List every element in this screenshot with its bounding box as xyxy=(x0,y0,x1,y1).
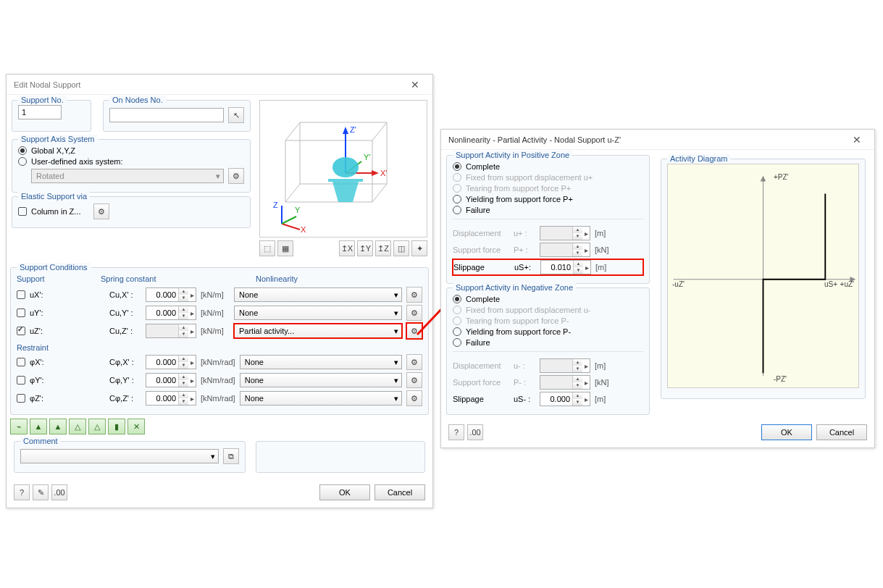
group-diagram: Activity Diagram xyxy=(667,154,730,163)
view-z-icon[interactable]: ↥Z xyxy=(375,240,391,256)
svg-marker-4 xyxy=(372,170,379,176)
nonlin-ux-dropdown[interactable]: None▾ xyxy=(234,287,402,302)
group-comment: Comment xyxy=(20,437,61,445)
notes-icon[interactable]: ✎ xyxy=(33,484,49,500)
spin-slip-p[interactable]: ▲▼▸ xyxy=(540,260,591,274)
group-conditions: Support Conditions xyxy=(17,263,91,272)
group-onnodes: On Nodes No. xyxy=(109,96,166,104)
quick-roller-icon[interactable]: △ xyxy=(69,419,86,434)
dialog-title: Edit Nodal Support xyxy=(14,80,80,89)
spin-cux[interactable]: ▲▼▸ xyxy=(146,287,196,302)
view-persp-icon[interactable]: ◫ xyxy=(393,240,409,256)
spin-cphix[interactable]: ▲▼▸ xyxy=(146,355,196,369)
ok-button[interactable]: OK xyxy=(319,484,370,500)
r-complete-n[interactable]: Complete xyxy=(453,295,643,303)
r-fixed-n: Fixed from support displacement u- xyxy=(453,306,643,314)
spin-disp-n: ▲▼▸ xyxy=(540,358,590,373)
chk-uy[interactable] xyxy=(17,308,25,317)
view-extra-icon[interactable]: ✦ xyxy=(411,240,427,256)
svg-marker-9 xyxy=(332,182,359,202)
nonlin-phiy-dropdown[interactable]: None▾ xyxy=(240,373,402,387)
titlebar-nonlinearity: Nonlinearity - Partial Activity - Nodal … xyxy=(441,130,874,150)
svg-text:Y: Y xyxy=(295,206,301,214)
spin-force-n: ▲▼▸ xyxy=(540,375,590,390)
ok-button[interactable]: OK xyxy=(761,424,812,440)
svg-text:X': X' xyxy=(380,169,387,177)
comment-dropdown[interactable]: ▾ xyxy=(20,449,219,463)
nonlin-phiy-edit-icon[interactable]: ⚙ xyxy=(406,372,422,388)
group-supportno: Support No. xyxy=(18,96,67,104)
spin-force-p: ▲▼▸ xyxy=(540,243,590,257)
view-y-icon[interactable]: ↥Y xyxy=(357,240,373,256)
on-nodes-input[interactable] xyxy=(109,108,224,122)
help-icon[interactable]: ? xyxy=(14,484,30,500)
chk-phiy[interactable] xyxy=(17,376,25,385)
spin-disp-p: ▲▼▸ xyxy=(540,226,590,240)
spin-slip-n[interactable]: ▲▼▸ xyxy=(540,392,590,406)
view-x-icon[interactable]: ↥X xyxy=(339,240,355,256)
r-yield-n[interactable]: Yielding from support force P- xyxy=(453,327,643,336)
userdef-dropdown: Rotated▾ xyxy=(31,169,224,183)
units-icon[interactable]: .00 xyxy=(51,484,67,500)
view-lock-icon[interactable]: ▦ xyxy=(277,240,293,256)
nonlin-uy-dropdown[interactable]: None▾ xyxy=(234,306,402,320)
svg-line-15 xyxy=(282,217,296,224)
help-icon[interactable]: ? xyxy=(448,424,464,440)
svg-text:Z': Z' xyxy=(350,125,356,134)
quick-spring-icon[interactable]: ⌁ xyxy=(10,419,28,434)
pick-nodes-icon[interactable]: ↖ xyxy=(228,107,244,123)
svg-text:Z: Z xyxy=(273,201,278,209)
nonlin-uz-dropdown[interactable]: Partial activity...▾ xyxy=(234,324,402,338)
group-negative: Support Activity in Negative Zone xyxy=(453,283,576,292)
view-iso-icon[interactable]: ⬚ xyxy=(259,240,275,256)
elastic-options-icon[interactable]: ⚙ xyxy=(93,203,109,219)
quick-wall-icon[interactable]: ▮ xyxy=(108,419,125,434)
dialog-title: Nonlinearity - Partial Activity - Nodal … xyxy=(448,135,621,144)
r-tear-n: Tearing from support force P- xyxy=(453,316,643,325)
quick-pinned2-icon[interactable]: ▲ xyxy=(49,419,67,434)
titlebar-edit-support: Edit Nodal Support ✕ xyxy=(7,75,432,95)
group-axis: Support Axis System xyxy=(18,135,98,143)
quick-roller2-icon[interactable]: △ xyxy=(88,419,106,434)
spin-cuy[interactable]: ▲▼▸ xyxy=(146,306,196,320)
spin-cuz: ▲▼▸ xyxy=(146,324,196,338)
svg-text:Y': Y' xyxy=(364,153,370,161)
spin-cphiz[interactable]: ▲▼▸ xyxy=(146,391,196,406)
svg-rect-10 xyxy=(328,179,363,182)
close-icon[interactable]: ✕ xyxy=(844,134,870,146)
chk-column[interactable] xyxy=(18,207,27,216)
radio-global[interactable]: Global X,Y,Z xyxy=(18,146,244,155)
quick-free-icon[interactable]: ✕ xyxy=(127,419,145,434)
units-icon[interactable]: .00 xyxy=(467,424,483,440)
cancel-button[interactable]: Cancel xyxy=(374,484,425,500)
nonlin-phix-dropdown[interactable]: None▾ xyxy=(240,355,402,369)
quick-pinned-icon[interactable]: ▲ xyxy=(30,419,47,434)
axis-options-icon[interactable]: ⚙ xyxy=(228,168,244,184)
r-failure-p[interactable]: Failure xyxy=(453,206,643,214)
svg-point-8 xyxy=(332,157,359,177)
spin-cphiy[interactable]: ▲▼▸ xyxy=(146,373,196,387)
chk-ux[interactable] xyxy=(17,290,25,299)
comment-pick-icon[interactable]: ⧉ xyxy=(223,448,239,464)
svg-line-13 xyxy=(282,224,300,230)
group-positive: Support Activity in Positive Zone xyxy=(453,151,572,159)
svg-marker-21 xyxy=(761,176,766,182)
chk-phix[interactable] xyxy=(17,358,25,366)
quick-type-bar: ⌁ ▲ ▲ △ △ ▮ ✕ xyxy=(10,419,429,434)
nonlin-phiz-edit-icon[interactable]: ⚙ xyxy=(406,390,422,406)
chk-phiz[interactable] xyxy=(17,394,25,403)
radio-userdef[interactable]: User-defined axis system: xyxy=(18,157,244,166)
support-no-input[interactable] xyxy=(18,105,62,119)
cancel-button[interactable]: Cancel xyxy=(816,424,867,440)
chk-uz[interactable] xyxy=(17,327,25,335)
r-failure-n[interactable]: Failure xyxy=(453,338,643,347)
group-elastic: Elastic Support via xyxy=(18,192,90,201)
nonlin-phiz-dropdown[interactable]: None▾ xyxy=(240,391,402,406)
r-yield-p[interactable]: Yielding from support force P+ xyxy=(453,195,643,203)
preview-3d: Z' X' Y' Z X Y xyxy=(259,100,427,238)
r-complete-p[interactable]: Complete xyxy=(453,162,643,171)
svg-text:X: X xyxy=(301,225,306,234)
nonlin-phix-edit-icon[interactable]: ⚙ xyxy=(406,354,422,370)
close-icon[interactable]: ✕ xyxy=(402,79,428,91)
svg-marker-1 xyxy=(343,127,348,134)
